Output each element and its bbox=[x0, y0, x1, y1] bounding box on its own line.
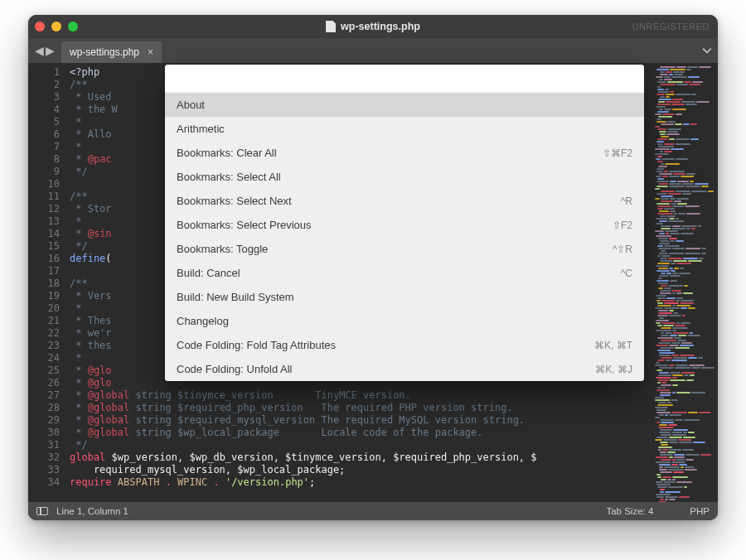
command-label: Changelog bbox=[177, 315, 229, 327]
command-shortcut: ^C bbox=[621, 268, 632, 279]
unregistered-badge: UNREGISTERED bbox=[632, 22, 710, 31]
code-line: * @global string $required_php_version T… bbox=[70, 402, 653, 414]
tab-label: wp-settings.php bbox=[70, 46, 139, 58]
line-number: 25 bbox=[28, 364, 60, 377]
command-palette-item[interactable]: About bbox=[165, 93, 644, 117]
command-label: Bookmarks: Select Next bbox=[177, 195, 292, 207]
command-shortcut: ^⇧R bbox=[613, 244, 632, 255]
command-palette: AboutArithmeticBookmarks: Clear All⇧⌘F2B… bbox=[165, 65, 644, 381]
command-palette-item[interactable]: Bookmarks: Select Previous⇧F2 bbox=[165, 213, 644, 237]
command-shortcut: ⇧⌘F2 bbox=[603, 147, 632, 159]
command-palette-item[interactable]: Changelog bbox=[165, 309, 644, 333]
command-palette-item[interactable]: Build: New Build System bbox=[165, 285, 644, 309]
nav-arrows: ◀ ▶ bbox=[31, 38, 61, 63]
line-number: 26 bbox=[28, 377, 60, 389]
command-label: Bookmarks: Clear All bbox=[177, 147, 277, 159]
code-line: * @global string $wp_local_package Local… bbox=[70, 427, 653, 439]
line-number: 29 bbox=[28, 414, 60, 427]
command-palette-item[interactable]: Bookmarks: Clear All⇧⌘F2 bbox=[165, 141, 644, 165]
window-title: wp-settings.php bbox=[28, 21, 718, 32]
command-palette-list: AboutArithmeticBookmarks: Clear All⇧⌘F2B… bbox=[165, 93, 644, 381]
command-palette-item[interactable]: Bookmarks: Select All bbox=[165, 165, 644, 189]
close-tab-icon[interactable]: × bbox=[148, 46, 153, 58]
line-number: 2 bbox=[28, 79, 60, 91]
line-number: 11 bbox=[28, 191, 60, 203]
line-number-gutter: 1234567891011121314151617181920212223242… bbox=[28, 63, 68, 502]
file-icon bbox=[326, 21, 336, 32]
tab-size-indicator[interactable]: Tab Size: 4 bbox=[606, 506, 653, 516]
app-window: wp-settings.php UNREGISTERED ◀ ▶ wp-sett… bbox=[28, 15, 718, 520]
minimap[interactable] bbox=[653, 63, 718, 502]
nav-back-button[interactable]: ◀ bbox=[35, 44, 44, 57]
titlebar: wp-settings.php UNREGISTERED bbox=[28, 15, 718, 38]
command-label: Arithmetic bbox=[177, 123, 225, 135]
line-number: 20 bbox=[28, 302, 60, 315]
line-number: 28 bbox=[28, 402, 60, 414]
line-number: 5 bbox=[28, 116, 60, 128]
panel-toggle-icon[interactable] bbox=[36, 507, 48, 515]
line-number: 23 bbox=[28, 340, 60, 352]
command-palette-item[interactable]: Bookmarks: Select Next^R bbox=[165, 189, 644, 213]
command-label: About bbox=[177, 99, 205, 111]
command-label: Bookmarks: Select Previous bbox=[177, 219, 312, 231]
command-palette-item[interactable]: Arithmetic bbox=[165, 117, 644, 141]
line-number: 24 bbox=[28, 352, 60, 364]
code-line: global $wp_version, $wp_db_version, $tin… bbox=[70, 451, 653, 464]
line-number: 6 bbox=[28, 128, 60, 141]
line-number: 31 bbox=[28, 439, 60, 451]
tab-active[interactable]: wp-settings.php × bbox=[61, 41, 162, 63]
line-number: 17 bbox=[28, 265, 60, 278]
line-number: 22 bbox=[28, 327, 60, 340]
command-label: Code Folding: Unfold All bbox=[177, 363, 292, 375]
line-number: 18 bbox=[28, 278, 60, 290]
line-number: 19 bbox=[28, 290, 60, 302]
command-label: Build: New Build System bbox=[177, 291, 294, 303]
line-number: 21 bbox=[28, 315, 60, 327]
line-number: 27 bbox=[28, 389, 60, 402]
line-number: 14 bbox=[28, 228, 60, 240]
command-label: Bookmarks: Toggle bbox=[177, 243, 268, 255]
command-label: Build: Cancel bbox=[177, 267, 240, 279]
code-line: */ bbox=[70, 439, 653, 451]
command-palette-item[interactable]: Build: Cancel^C bbox=[165, 261, 644, 285]
command-shortcut: ⌘K, ⌘T bbox=[594, 340, 632, 351]
line-number: 7 bbox=[28, 141, 60, 153]
tab-menu-button[interactable] bbox=[696, 38, 718, 63]
line-number: 32 bbox=[28, 451, 60, 464]
line-number: 13 bbox=[28, 215, 60, 228]
command-shortcut: ⇧F2 bbox=[613, 220, 632, 231]
line-number: 33 bbox=[28, 464, 60, 476]
code-line: require ABSPATH . WPINC . '/version.php'… bbox=[70, 476, 653, 489]
code-line: required_mysql_version, $wp_local_packag… bbox=[70, 464, 653, 476]
nav-forward-button[interactable]: ▶ bbox=[46, 44, 55, 57]
line-number: 15 bbox=[28, 240, 60, 253]
syntax-indicator[interactable]: PHP bbox=[690, 506, 710, 516]
tab-bar: ◀ ▶ wp-settings.php × bbox=[28, 38, 718, 63]
line-number: 9 bbox=[28, 166, 60, 178]
status-bar: Line 1, Column 1 Tab Size: 4 PHP bbox=[28, 502, 718, 520]
code-line: * @global string $tinymce_version TinyMC… bbox=[70, 389, 653, 402]
window-controls bbox=[35, 22, 78, 31]
chevron-down-icon bbox=[702, 46, 712, 56]
line-number: 12 bbox=[28, 203, 60, 215]
line-number: 30 bbox=[28, 427, 60, 439]
line-number: 8 bbox=[28, 153, 60, 166]
command-shortcut: ^R bbox=[621, 196, 632, 207]
line-number: 4 bbox=[28, 104, 60, 116]
command-label: Bookmarks: Select All bbox=[177, 171, 281, 183]
command-shortcut: ⌘K, ⌘J bbox=[595, 364, 632, 375]
minimize-window-button[interactable] bbox=[51, 22, 61, 31]
command-palette-item[interactable]: Bookmarks: Toggle^⇧R bbox=[165, 237, 644, 261]
line-number: 34 bbox=[28, 476, 60, 489]
command-palette-item[interactable]: Code Folding: Unfold All⌘K, ⌘J bbox=[165, 357, 644, 381]
line-number: 3 bbox=[28, 91, 60, 104]
line-number: 1 bbox=[28, 66, 60, 79]
zoom-window-button[interactable] bbox=[68, 22, 78, 31]
window-title-text: wp-settings.php bbox=[341, 21, 420, 32]
command-palette-input[interactable] bbox=[165, 65, 644, 93]
line-number: 10 bbox=[28, 178, 60, 191]
command-label: Code Folding: Fold Tag Attributes bbox=[177, 339, 336, 351]
close-window-button[interactable] bbox=[35, 22, 45, 31]
command-palette-item[interactable]: Code Folding: Fold Tag Attributes⌘K, ⌘T bbox=[165, 333, 644, 357]
cursor-position[interactable]: Line 1, Column 1 bbox=[56, 506, 128, 516]
